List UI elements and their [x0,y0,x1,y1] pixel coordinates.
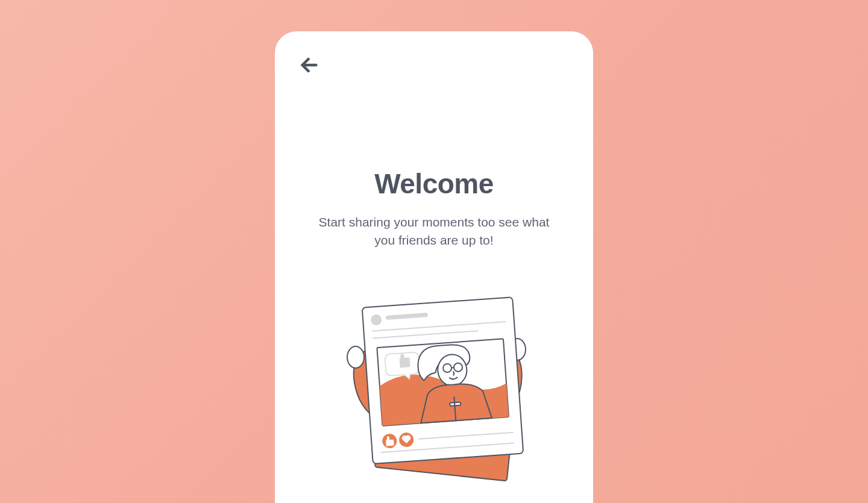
back-button[interactable] [299,55,321,77]
page-title: Welcome [299,167,569,200]
svg-point-2 [347,346,364,368]
page-subtitle: Start sharing your moments too see what … [299,213,569,250]
onboarding-card: Welcome Start sharing your moments too s… [275,31,593,503]
arrow-left-icon [299,55,319,78]
onboarding-content: Welcome Start sharing your moments too s… [299,167,569,485]
welcome-illustration [299,286,569,485]
